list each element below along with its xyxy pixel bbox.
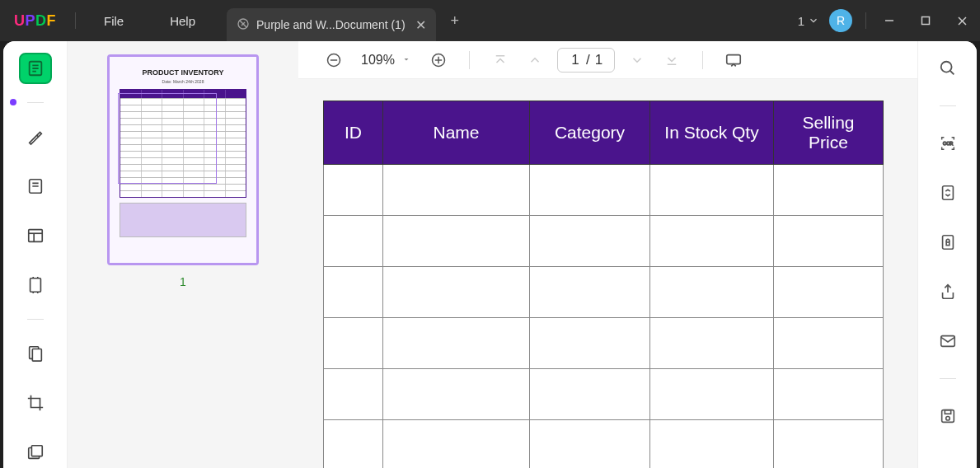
- prev-page-button[interactable]: [523, 48, 547, 73]
- header-stock: In Stock Qty: [650, 101, 774, 165]
- maximize-button[interactable]: [907, 0, 944, 41]
- table-cell: [324, 318, 383, 369]
- reader-tool[interactable]: [19, 53, 52, 84]
- logo-u: U: [14, 12, 26, 30]
- table-header-row: ID Name Category In Stock Qty Selling Pr…: [324, 101, 884, 165]
- document-tab[interactable]: Purple and W...Document (1) ✕: [227, 8, 436, 41]
- thumbnail-panel: PRODUCT INVENTORY Date: March 24th 2028: [68, 41, 298, 468]
- table-cell: [774, 165, 884, 216]
- table-cell: [324, 420, 383, 469]
- table-cell: [650, 318, 774, 369]
- table-row: [324, 165, 884, 216]
- svg-line-29: [950, 71, 954, 75]
- header-id: ID: [324, 101, 383, 165]
- presentation-button[interactable]: [721, 48, 746, 73]
- inventory-table: ID Name Category In Stock Qty Selling Pr…: [323, 101, 884, 468]
- header-price: Selling Price: [774, 101, 884, 165]
- table-cell: [530, 165, 650, 216]
- document-viewport[interactable]: ID Name Category In Stock Qty Selling Pr…: [298, 79, 917, 468]
- tab-close-button[interactable]: ✕: [415, 17, 426, 33]
- zoom-in-button[interactable]: [426, 48, 451, 73]
- next-page-button[interactable]: [625, 48, 649, 73]
- first-page-button[interactable]: [488, 48, 513, 73]
- table-cell: [324, 267, 383, 318]
- window-count-value: 1: [798, 14, 804, 28]
- table-cell: [774, 318, 884, 369]
- divider: [702, 51, 703, 69]
- table-cell: [383, 267, 530, 318]
- crop-tool[interactable]: [19, 387, 52, 419]
- organize-tool[interactable]: [19, 338, 52, 369]
- comment-tool[interactable]: [19, 171, 52, 202]
- batch-tool[interactable]: [19, 437, 52, 468]
- page-edit-tool[interactable]: [19, 269, 52, 301]
- page-thumbnail[interactable]: PRODUCT INVENTORY Date: March 24th 2028: [107, 54, 259, 265]
- table-row: [324, 369, 884, 420]
- table-cell: [774, 267, 884, 318]
- table-cell: [774, 216, 884, 267]
- table-row: [324, 216, 884, 267]
- new-tab-button[interactable]: +: [451, 12, 460, 30]
- table-cell: [530, 267, 650, 318]
- svg-rect-17: [32, 349, 41, 362]
- table-cell: [530, 420, 650, 469]
- table-cell: [650, 216, 774, 267]
- separator: [940, 378, 956, 379]
- share-button[interactable]: [935, 279, 960, 304]
- save-button[interactable]: [935, 404, 960, 428]
- thumb-notes-area: [120, 203, 246, 237]
- form-tool[interactable]: [19, 220, 52, 251]
- highlighter-tool[interactable]: [19, 121, 52, 152]
- search-button[interactable]: [935, 56, 960, 81]
- page-indicator[interactable]: 1 / 1: [557, 48, 615, 73]
- zoom-value-text: 109%: [361, 53, 395, 68]
- convert-button[interactable]: [935, 180, 960, 205]
- table-cell: [650, 165, 774, 216]
- close-button[interactable]: [944, 0, 980, 41]
- menu-file[interactable]: File: [81, 14, 147, 28]
- table-row: [324, 267, 884, 318]
- table-cell: [650, 369, 774, 420]
- svg-rect-2: [922, 17, 930, 25]
- svg-point-28: [940, 62, 951, 73]
- separator: [940, 105, 956, 106]
- document-area: 109% 1 / 1: [298, 41, 917, 468]
- table-cell: [383, 369, 530, 420]
- no-edit-icon: [237, 17, 250, 33]
- logo-f: F: [47, 12, 57, 30]
- header-name: Name: [383, 101, 530, 165]
- menu-help[interactable]: Help: [147, 14, 218, 28]
- app-logo: UPDF: [0, 12, 70, 30]
- page-sep: /: [586, 52, 590, 68]
- svg-rect-31: [942, 186, 953, 200]
- table-cell: [650, 267, 774, 318]
- ocr-button[interactable]: OCR: [935, 131, 960, 156]
- protect-button[interactable]: [935, 230, 960, 255]
- table-cell: [324, 216, 383, 267]
- minimize-button[interactable]: [871, 0, 907, 41]
- total-pages: 1: [595, 52, 603, 68]
- email-button[interactable]: [935, 329, 960, 353]
- svg-point-37: [945, 416, 950, 420]
- table-cell: [383, 216, 530, 267]
- table-cell: [774, 420, 884, 469]
- right-toolbar: OCR: [917, 41, 977, 468]
- last-page-button[interactable]: [659, 48, 684, 73]
- table-cell: [774, 369, 884, 420]
- window-controls: [871, 0, 980, 41]
- separator: [27, 319, 44, 320]
- svg-rect-36: [945, 410, 950, 414]
- table-row: [324, 318, 884, 369]
- zoom-out-button[interactable]: [321, 48, 346, 73]
- table-cell: [383, 165, 530, 216]
- view-toolbar: 109% 1 / 1: [298, 41, 917, 79]
- table-cell: [530, 318, 650, 369]
- table-cell: [324, 369, 383, 420]
- divider: [865, 12, 866, 29]
- window-count[interactable]: 1: [798, 14, 819, 28]
- svg-rect-33: [946, 242, 950, 246]
- titlebar: UPDF File Help Purple and W...Document (…: [0, 0, 980, 41]
- thumb-table: [120, 89, 246, 198]
- zoom-level[interactable]: 109%: [361, 53, 411, 68]
- user-avatar[interactable]: R: [829, 9, 852, 32]
